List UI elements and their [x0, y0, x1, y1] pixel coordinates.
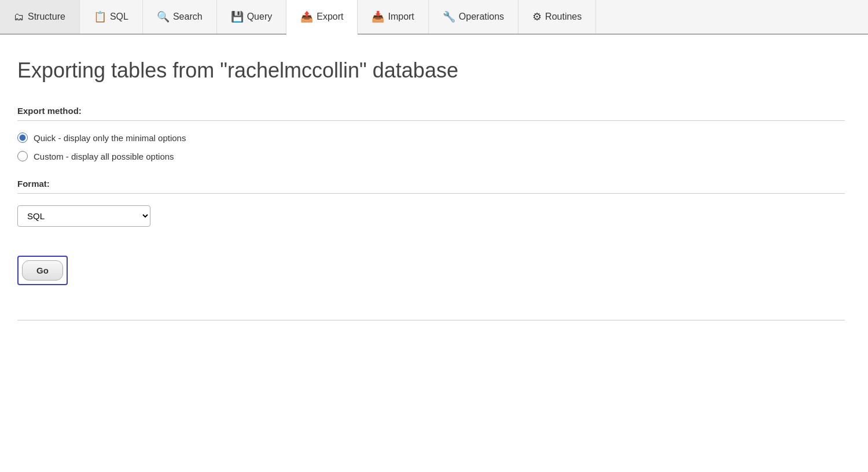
export-icon: 📤	[300, 10, 313, 23]
query-icon: 💾	[231, 10, 244, 23]
go-button[interactable]: Go	[22, 260, 63, 281]
tab-operations[interactable]: 🔧 Operations	[429, 0, 518, 34]
tab-routines-label: Routines	[545, 12, 582, 22]
tab-search-label: Search	[173, 12, 203, 22]
sql-icon: 📋	[94, 10, 106, 23]
radio-custom-input[interactable]	[17, 151, 28, 161]
tab-sql[interactable]: 📋 SQL	[80, 0, 143, 34]
radio-custom[interactable]: Custom - display all possible options	[17, 151, 845, 161]
main-content: Exporting tables from "rachelmccollin" d…	[0, 35, 868, 344]
tab-export-label: Export	[317, 12, 343, 22]
tab-import[interactable]: 📥 Import	[358, 0, 428, 34]
operations-icon: 🔧	[443, 10, 455, 23]
format-header: Format:	[17, 179, 845, 194]
tab-structure-label: Structure	[28, 12, 65, 22]
tab-operations-label: Operations	[459, 12, 504, 22]
tab-query-label: Query	[247, 12, 273, 22]
format-select[interactable]: SQL CSV JSON XML PDF LaTeX	[17, 205, 150, 227]
page-title: Exporting tables from "rachelmccollin" d…	[17, 58, 845, 83]
radio-custom-label: Custom - display all possible options	[34, 152, 174, 161]
tab-sql-label: SQL	[110, 12, 128, 22]
tab-routines[interactable]: ⚙ Routines	[518, 0, 596, 34]
tab-export[interactable]: 📤 Export	[286, 0, 358, 35]
radio-quick-input[interactable]	[17, 132, 28, 143]
export-method-section: Export method: Quick - display only the …	[17, 106, 845, 161]
tab-search[interactable]: 🔍 Search	[143, 0, 217, 34]
go-button-wrapper: Go	[17, 256, 68, 285]
format-section: Format: SQL CSV JSON XML PDF LaTeX	[17, 179, 845, 227]
tab-import-label: Import	[388, 12, 414, 22]
bottom-divider	[17, 320, 845, 320]
radio-quick-label: Quick - display only the minimal options	[34, 133, 186, 143]
export-method-header: Export method:	[17, 106, 845, 121]
routines-icon: ⚙	[532, 10, 542, 23]
radio-quick[interactable]: Quick - display only the minimal options	[17, 132, 845, 143]
tab-structure[interactable]: 🗂 Structure	[0, 0, 80, 34]
tab-bar: 🗂 Structure 📋 SQL 🔍 Search 💾 Query 📤 Exp…	[0, 0, 868, 35]
tab-query[interactable]: 💾 Query	[217, 0, 287, 34]
import-icon: 📥	[372, 10, 384, 23]
search-icon: 🔍	[157, 10, 170, 23]
structure-icon: 🗂	[14, 11, 24, 23]
